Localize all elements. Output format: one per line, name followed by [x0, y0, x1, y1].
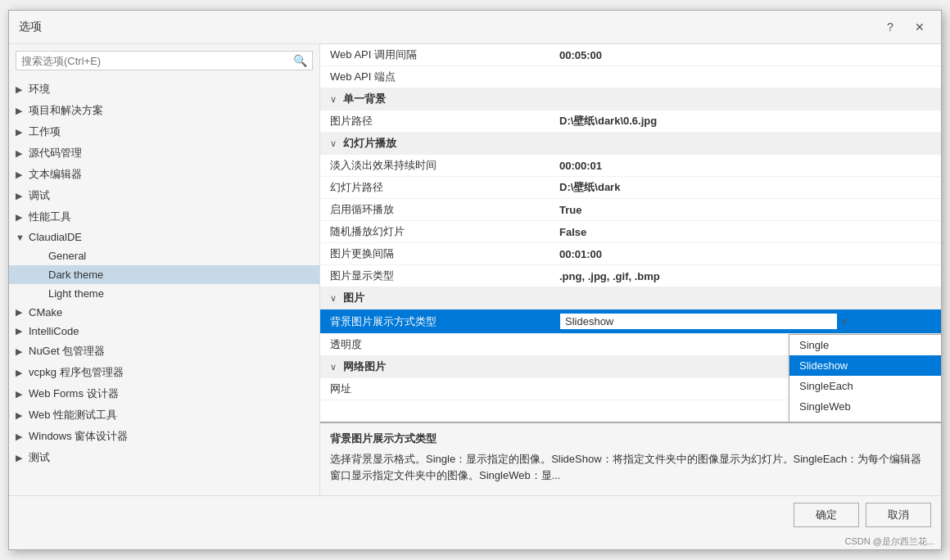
tree-arrow-icon: ▶: [16, 389, 29, 400]
tree-item[interactable]: ▶Windows 窗体设计器: [9, 426, 319, 447]
tree-arrow-icon: ▶: [16, 169, 29, 180]
property-name: Web API 端点: [330, 70, 559, 84]
tree-arrow-icon: ▶: [16, 127, 29, 138]
dialog-body: 🔍 ▶环境▶项目和解决方案▶工作项▶源代码管理▶文本编辑器▶调试▶性能工具▼Cl…: [9, 44, 941, 495]
close-button[interactable]: ✕: [908, 17, 931, 37]
tree-item[interactable]: Light theme: [9, 284, 319, 303]
description-area: 背景图片展示方式类型 选择背景显示格式。Single：显示指定的图像。Slide…: [320, 422, 941, 495]
tree-arrow-icon: ▶: [16, 148, 29, 159]
tree-arrow-icon: ▶: [16, 307, 29, 318]
property-value: False: [559, 226, 931, 238]
section-toggle-icon: ∨: [330, 362, 343, 373]
tree-item[interactable]: ▶vcpkg 程序包管理器: [9, 362, 319, 383]
property-value: True: [559, 204, 931, 216]
tree-item[interactable]: ▶IntelliCode: [9, 322, 319, 341]
properties-area: Web API 调用间隔00:05:00Web API 端点∨单一背景图片路径D…: [320, 44, 941, 422]
dropdown-popup: SingleSlideshowSingleEachSingleWebWebApi: [789, 334, 941, 422]
tree-item-label: NuGet 包管理器: [29, 344, 313, 359]
section-header[interactable]: ∨单一背景: [320, 88, 941, 111]
dialog-footer: 确定 取消: [9, 495, 941, 534]
ok-button[interactable]: 确定: [794, 503, 859, 527]
description-text: 选择背景显示格式。Single：显示指定的图像。SlideShow：将指定文件夹…: [330, 451, 931, 483]
tree-item-label: CMake: [29, 306, 313, 318]
tree-item-label: 项目和解决方案: [29, 103, 313, 118]
right-panel: Web API 调用间隔00:05:00Web API 端点∨单一背景图片路径D…: [320, 44, 941, 495]
section-header[interactable]: ∨图片: [320, 287, 941, 309]
title-bar: 选项 ? ✕: [9, 11, 941, 44]
tree-arrow-icon: ▶: [16, 453, 29, 463]
section-label: 网络图片: [343, 359, 386, 374]
search-icon: 🔍: [293, 54, 307, 67]
dropdown-option[interactable]: SingleWeb: [789, 396, 941, 417]
dropdown-option[interactable]: Single: [789, 335, 941, 355]
tree-arrow-icon: ▶: [16, 368, 29, 378]
dialog-title: 选项: [19, 20, 42, 34]
tree-item-label: IntelliCode: [29, 325, 313, 337]
property-row-selected: 背景图片展示方式类型Slideshow∨SingleSlideshowSingl…: [320, 309, 941, 334]
property-value: 00:05:00: [559, 49, 931, 61]
section-label: 图片: [343, 291, 364, 305]
property-value: D:\壁纸\dark: [559, 180, 931, 195]
description-title: 背景图片展示方式类型: [330, 431, 931, 446]
tree-item-label: 文本编辑器: [29, 167, 313, 182]
tree-item[interactable]: ▶CMake: [9, 303, 319, 322]
tree-item[interactable]: ▶NuGet 包管理器: [9, 341, 319, 362]
tree-arrow-icon: ▶: [16, 410, 29, 421]
tree-item-label: 调试: [29, 188, 313, 203]
tree-item-label: Windows 窗体设计器: [29, 429, 313, 444]
property-name: 网址: [330, 382, 559, 396]
property-name: 随机播放幻灯片: [330, 224, 559, 239]
property-row: 图片路径D:\壁纸\dark\0.6.jpg: [320, 111, 941, 133]
section-label: 单一背景: [343, 92, 386, 106]
background-type-dropdown[interactable]: Slideshow: [559, 313, 838, 330]
tree-arrow-icon: ▶: [16, 106, 29, 116]
tree-item[interactable]: Dark theme: [9, 265, 319, 284]
property-name: 幻灯片路径: [330, 180, 559, 195]
dropdown-option[interactable]: Slideshow: [789, 355, 941, 376]
section-toggle-icon: ∨: [330, 94, 343, 105]
property-value: .png, .jpg, .gif, .bmp: [559, 270, 931, 282]
tree-area: ▶环境▶项目和解决方案▶工作项▶源代码管理▶文本编辑器▶调试▶性能工具▼Clau…: [9, 77, 319, 495]
tree-item[interactable]: ▶源代码管理: [9, 142, 319, 164]
tree-item[interactable]: ▶项目和解决方案: [9, 100, 319, 121]
section-toggle-icon: ∨: [330, 138, 343, 149]
property-value: D:\壁纸\dark\0.6.jpg: [559, 114, 931, 129]
tree-arrow-icon: ▶: [16, 431, 29, 442]
tree-item[interactable]: ▶调试: [9, 185, 319, 206]
property-row: 幻灯片路径D:\壁纸\dark: [320, 177, 941, 199]
tree-item[interactable]: ▶Web Forms 设计器: [9, 383, 319, 404]
tree-item[interactable]: ▶环境: [9, 79, 319, 100]
tree-arrow-icon: ▶: [16, 326, 29, 336]
property-row: 图片显示类型.png, .jpg, .gif, .bmp: [320, 265, 941, 287]
tree-arrow-icon: ▶: [16, 191, 29, 201]
tree-item-label: Light theme: [48, 287, 313, 300]
section-header[interactable]: ∨幻灯片播放: [320, 133, 941, 155]
tree-item[interactable]: General: [9, 246, 319, 265]
tree-arrow-icon: ▼: [16, 233, 29, 242]
tree-item[interactable]: ▼ClaudialDE: [9, 228, 319, 246]
dropdown-option[interactable]: SingleEach: [789, 376, 941, 396]
tree-item[interactable]: ▶文本编辑器: [9, 164, 319, 185]
tree-item[interactable]: ▶测试: [9, 447, 319, 468]
cancel-button[interactable]: 取消: [866, 503, 931, 527]
left-panel: 🔍 ▶环境▶项目和解决方案▶工作项▶源代码管理▶文本编辑器▶调试▶性能工具▼Cl…: [9, 44, 320, 495]
tree-item-label: Dark theme: [48, 269, 313, 281]
title-bar-buttons: ? ✕: [879, 17, 931, 37]
property-name: 启用循环播放: [330, 202, 559, 217]
property-name: Web API 调用间隔: [330, 47, 559, 62]
tree-item[interactable]: ▶Web 性能测试工具: [9, 404, 319, 426]
tree-arrow-icon: ▶: [16, 84, 29, 95]
tree-item[interactable]: ▶性能工具: [9, 206, 319, 228]
dropdown-option[interactable]: WebApi: [789, 417, 941, 422]
property-name: 图片路径: [330, 114, 559, 129]
search-input[interactable]: [21, 55, 293, 67]
property-name: 图片更换间隔: [330, 246, 559, 261]
tree-arrow-icon: ▶: [16, 346, 29, 357]
help-button[interactable]: ?: [879, 17, 902, 37]
tree-item-label: vcpkg 程序包管理器: [29, 365, 313, 380]
search-box: 🔍: [16, 51, 313, 70]
section-toggle-icon: ∨: [330, 293, 343, 304]
tree-item[interactable]: ▶工作项: [9, 121, 319, 142]
property-row: Web API 调用间隔00:05:00: [320, 44, 941, 66]
tree-item-label: 源代码管理: [29, 146, 313, 160]
